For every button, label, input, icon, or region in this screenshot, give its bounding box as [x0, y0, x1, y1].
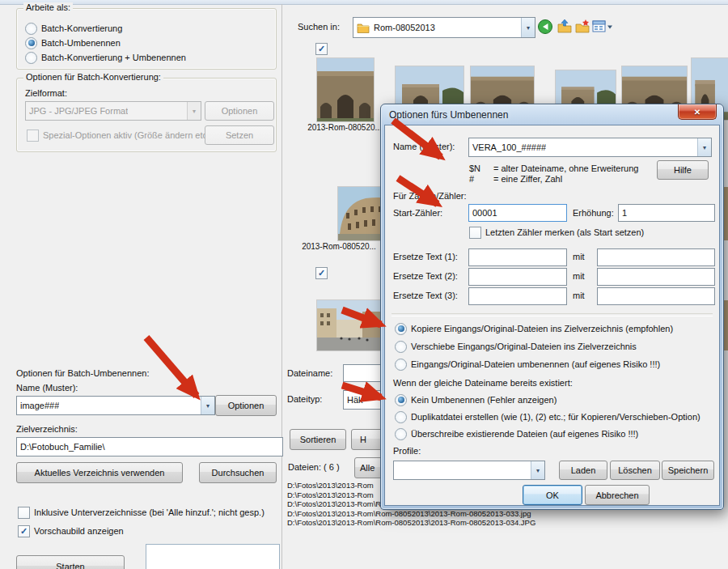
include-subdirectories-checkbox-row[interactable]: Inklusive Unterverzeichnisse (bei 'Alle …	[18, 506, 265, 519]
sort-button[interactable]: Sortieren	[290, 429, 346, 450]
replace-text-1-input[interactable]	[468, 248, 567, 266]
name-pattern-label: Name (Muster):	[16, 383, 78, 393]
radio-label: Batch-Konvertierung + Umbenennen	[41, 53, 186, 62]
conversion-options-group: Optionen für Batch-Konvertierung: Zielfo…	[16, 78, 277, 152]
dialog-title: Optionen fürs Umbenennen	[389, 109, 508, 121]
file-list-item[interactable]: D:\Fotos\2013\2013-Rom	[287, 490, 374, 499]
increment-input[interactable]: 1	[618, 204, 715, 222]
batch-conversion-window: Arbeite als: Batch-Konvertierung Batch-U…	[0, 0, 728, 569]
file-list-item[interactable]: D:\Fotos\2013\2013-Rom	[287, 481, 374, 490]
filetype-label: Dateityp:	[287, 394, 322, 404]
panel-divider	[281, 4, 282, 569]
radio-no-rename[interactable]: Kein Umbenennen (Fehler anzeigen)	[395, 393, 557, 406]
use-current-directory-button[interactable]: Aktuelles Verzeichnis verwenden	[16, 462, 183, 483]
checkbox-icon-checked: ✓	[18, 525, 30, 537]
radio-batch-konv-umbenennen[interactable]: Batch-Konvertierung + Umbenennen	[25, 51, 186, 64]
checkbox-icon-checked: ✓	[315, 267, 328, 279]
increment-value: 1	[622, 208, 627, 218]
cancel-button[interactable]: Abbrechen	[585, 485, 650, 505]
name-pattern-value: image###	[20, 401, 59, 410]
delete-profile-button[interactable]: Löschen	[610, 461, 660, 480]
load-profile-button[interactable]: Laden	[559, 461, 607, 480]
combo-arrow-icon[interactable]: ▾	[201, 397, 214, 414]
close-icon: ✕	[694, 108, 700, 117]
combo-arrow-icon[interactable]: ▾	[697, 138, 711, 156]
view-menu-icon[interactable]	[592, 19, 613, 35]
save-profile-button[interactable]: Speichern	[662, 461, 714, 480]
combo-arrow-icon[interactable]: ▾	[531, 461, 544, 479]
ok-button[interactable]: OK	[523, 485, 582, 505]
check-icon: ✓	[318, 269, 325, 278]
radio-label: Batch-Konvertierung	[41, 23, 122, 33]
rename-options-button[interactable]: Optionen	[215, 395, 277, 416]
conversion-options-button[interactable]: Optionen	[205, 101, 274, 121]
radio-overwrite-existing[interactable]: Überschreibe existierende Dateien (auf e…	[395, 427, 638, 440]
include-subdirectories-label: Inklusive Unterverzeichnisse (bei 'Alle …	[34, 507, 265, 517]
new-folder-icon[interactable]	[574, 19, 590, 35]
radio-batch-konvertierung[interactable]: Batch-Konvertierung	[25, 22, 122, 35]
radio-rename-originals[interactable]: Eingangs/Original-Dateien umbenennen (au…	[395, 358, 660, 371]
work-mode-legend: Arbeite als:	[23, 2, 73, 12]
radio-icon	[395, 428, 407, 440]
pattern-value: VERA_100_#####	[472, 142, 546, 152]
thumbnail-select-checkbox-1[interactable]: ✓	[315, 42, 328, 55]
profile-label: Profile:	[393, 446, 421, 456]
window-titlebar-sliver	[0, 0, 728, 5]
back-icon[interactable]	[537, 19, 553, 35]
combo-arrow-icon[interactable]: ▾	[187, 102, 201, 120]
remember-counter-checkbox-row[interactable]: Letzten Zähler merken (als Start setzen)	[469, 226, 644, 239]
radio-label: Kein Umbenennen (Fehler anzeigen)	[411, 395, 557, 405]
target-format-label: Zielformat:	[25, 88, 67, 98]
radio-label: Verschiebe Eingangs/Original-Dateien ins…	[411, 342, 637, 351]
radio-batch-umbenennen[interactable]: Batch-Umbenennen	[25, 36, 121, 49]
target-format-combobox[interactable]: JPG - JPG/JPEG Format ▾	[25, 101, 201, 121]
help-button[interactable]: Hilfe	[657, 160, 709, 180]
start-button[interactable]: Starten	[16, 555, 125, 569]
replace-text-2-input[interactable]	[468, 268, 567, 286]
radio-icon	[25, 23, 37, 35]
combo-arrow-icon[interactable]: ▾	[521, 18, 535, 37]
increment-label: Erhöhung:	[573, 208, 614, 218]
replace-text-3-input[interactable]	[468, 287, 567, 305]
hint-text-2: = eine Ziffer, Zahl	[493, 174, 562, 184]
with-label: mit	[573, 291, 585, 300]
special-options-label: Spezial-Optionen aktiv (Größe ändern etc…	[43, 130, 213, 140]
radio-create-duplicate[interactable]: Duplikatdatei erstellen (wie (1), (2) et…	[395, 410, 700, 423]
radio-icon	[25, 52, 37, 64]
show-preview-label: Vorschaubild anzeigen	[34, 526, 124, 536]
radio-label: Batch-Umbenennen	[41, 38, 121, 48]
pattern-label: Name (Muster):	[393, 142, 455, 151]
browse-button[interactable]: Durchsuchen	[199, 462, 277, 483]
check-icon: ✓	[318, 45, 325, 53]
photo-image	[317, 58, 374, 121]
close-button[interactable]: ✕	[678, 104, 717, 120]
file-list-item[interactable]: D:\Fotos\2013\2013-Rom\Rom-08052013\2013…	[287, 518, 535, 527]
photo-image	[317, 300, 382, 350]
up-folder-icon[interactable]	[557, 19, 573, 35]
thumbnail-photo-arch-1[interactable]	[317, 58, 374, 121]
set-button[interactable]: Setzen	[205, 125, 274, 145]
files-count-label: Dateien: ( 6 )	[288, 462, 340, 472]
start-counter-input[interactable]: 00001	[468, 204, 567, 222]
name-pattern-combobox[interactable]: image### ▾	[16, 396, 215, 415]
radio-copy-originals[interactable]: Kopiere Eingangs/Original-Dateien ins Zi…	[395, 322, 673, 335]
replace-with-1-input[interactable]	[597, 248, 715, 266]
replace-with-2-input[interactable]	[597, 268, 715, 286]
with-label: mit	[573, 252, 585, 261]
replace-with-3-input[interactable]	[597, 287, 715, 305]
file-list-item[interactable]: D:\Fotos\2013\2013-Rom\Rom-08052013\2013…	[287, 509, 531, 518]
radio-move-originals[interactable]: Verschiebe Eingangs/Original-Dateien ins…	[395, 340, 637, 353]
special-options-checkbox-row[interactable]: Spezial-Optionen aktiv (Größe ändern etc…	[27, 129, 213, 142]
thumbnail-photo-street[interactable]	[317, 300, 382, 350]
radio-label: Kopiere Eingangs/Original-Dateien ins Zi…	[411, 324, 673, 333]
folder-combobox[interactable]: Rom-08052013 ▾	[353, 17, 535, 38]
target-directory-input[interactable]: D:\Fotobuch_Familie\	[16, 437, 283, 456]
radio-icon-selected	[395, 323, 407, 335]
show-preview-checkbox-row[interactable]: ✓ Vorschaubild anzeigen	[18, 524, 124, 537]
pattern-combobox[interactable]: VERA_100_##### ▾	[468, 138, 712, 157]
hint-text-1: = alter Dateiname, ohne Erweiterung	[493, 163, 638, 173]
dialog-titlebar[interactable]: Optionen fürs Umbenennen	[381, 104, 723, 125]
thumbnail-select-checkbox-2[interactable]: ✓	[315, 266, 328, 279]
replace-text-1-label: Ersetze Text (1):	[393, 252, 458, 261]
profile-combobox[interactable]: ▾	[393, 461, 545, 480]
